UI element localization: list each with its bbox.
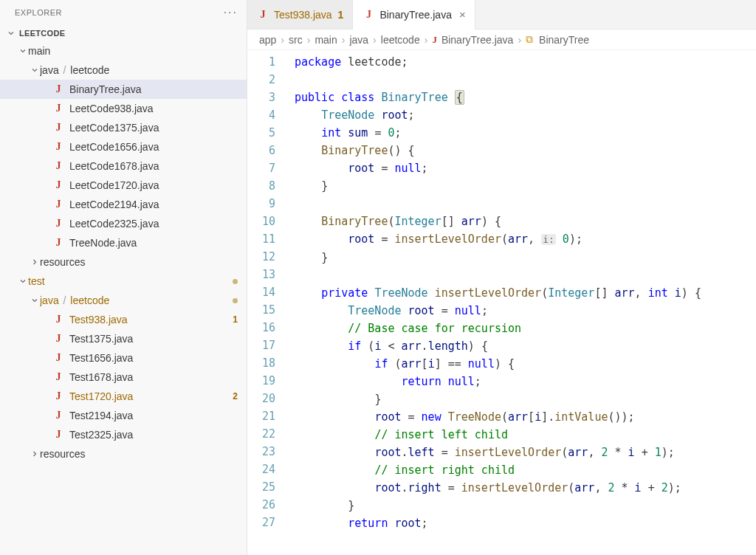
line-number: 21 — [247, 407, 275, 425]
tree-folder[interactable]: resources — [0, 252, 247, 272]
line-gutter: 1234567891011121314151617181920212223242… — [247, 50, 289, 555]
editor-tab[interactable]: JBinaryTree.java× — [353, 0, 475, 30]
tree-file[interactable]: JBinaryTree.java — [0, 80, 247, 99]
line-number: 11 — [247, 230, 275, 248]
breadcrumb[interactable]: app›src›main›java›leetcode›JBinaryTree.j… — [247, 30, 756, 50]
file-tree: mainjava / leetcodeJBinaryTree.javaJLeet… — [0, 41, 247, 463]
java-file-icon: J — [52, 83, 65, 96]
line-number: 1 — [247, 53, 275, 71]
code-line: root.right = insertLevelOrder(arr, 2 * i… — [295, 479, 756, 497]
tree-label: LeetCode1656.java — [69, 141, 238, 153]
line-number: 8 — [247, 177, 275, 195]
tree-file[interactable]: JLeetCode1720.java — [0, 176, 247, 195]
tree-folder[interactable]: java / leetcode — [0, 291, 247, 310]
breadcrumb-sep-icon: › — [281, 34, 284, 46]
tree-file[interactable]: JTreeNode.java — [0, 233, 247, 252]
code-line: root.left = insertLevelOrder(arr, 2 * i … — [295, 444, 756, 461]
line-number: 24 — [247, 461, 275, 478]
code-line: } — [295, 497, 756, 514]
tab-label: BinaryTree.java — [379, 9, 452, 21]
breadcrumb-part[interactable]: src — [289, 34, 303, 46]
java-file-icon: J — [52, 390, 65, 403]
tree-file[interactable]: JTest2325.java — [0, 425, 247, 444]
tree-label: Test1656.java — [69, 352, 238, 364]
chevron-right-icon — [30, 449, 40, 459]
java-file-icon: J — [52, 370, 65, 384]
breadcrumb-sep-icon: › — [373, 34, 377, 46]
line-number: 27 — [247, 514, 275, 531]
tree-file[interactable]: JLeetCode2194.java — [0, 195, 247, 214]
java-file-icon: J — [256, 8, 269, 21]
code-content[interactable]: package leetcode; public class BinaryTre… — [289, 50, 756, 555]
explorer-more-icon[interactable]: ··· — [224, 6, 238, 19]
code-line: } — [295, 177, 756, 195]
tree-file[interactable]: JTest1720.java2 — [0, 387, 247, 406]
line-number: 6 — [247, 142, 275, 159]
tree-file[interactable]: JLeetCode1678.java — [0, 156, 247, 176]
explorer-title: EXPLORER — [15, 8, 62, 17]
breadcrumb-part[interactable]: java — [349, 34, 368, 46]
chevron-down-icon — [30, 295, 40, 306]
java-file-icon: J — [52, 179, 65, 192]
line-number: 26 — [247, 496, 275, 514]
line-number: 9 — [247, 195, 275, 213]
editor-area: JTest938.java1JBinaryTree.java× app›src›… — [247, 0, 756, 555]
breadcrumb-file[interactable]: BinaryTree.java — [441, 34, 514, 46]
breadcrumb-part[interactable]: main — [315, 34, 337, 46]
tree-folder[interactable]: java / leetcode — [0, 61, 247, 80]
chevron-right-icon — [30, 257, 40, 267]
java-file-icon: J — [52, 102, 65, 115]
code-line: BinaryTree(Integer[] arr) { — [295, 213, 756, 230]
tree-folder[interactable]: resources — [0, 444, 247, 463]
code-line — [295, 195, 756, 213]
tree-label: main — [28, 45, 238, 57]
java-file-icon: J — [52, 198, 65, 211]
breadcrumb-symbol[interactable]: BinaryTree — [539, 34, 589, 46]
code-line: TreeNode root = null; — [295, 302, 756, 320]
code-line: root = new TreeNode(arr[i].intValue()); — [295, 408, 756, 426]
java-file-icon: J — [52, 313, 65, 326]
code-editor[interactable]: 1234567891011121314151617181920212223242… — [247, 50, 756, 555]
tree-folder[interactable]: test — [0, 272, 247, 291]
tree-file[interactable]: JTest1375.java — [0, 329, 247, 348]
line-number: 19 — [247, 372, 275, 390]
tree-label: Test1375.java — [69, 333, 238, 345]
line-number: 3 — [247, 89, 275, 106]
tree-label: LeetCode2194.java — [69, 199, 238, 210]
breadcrumb-part[interactable]: leetcode — [381, 34, 420, 46]
line-number: 16 — [247, 319, 275, 337]
line-number: 25 — [247, 478, 275, 496]
line-number: 22 — [247, 425, 275, 443]
java-file-icon: J — [52, 236, 65, 249]
tree-label: java / leetcode — [40, 294, 228, 306]
close-icon[interactable]: × — [459, 8, 466, 21]
tree-label: LeetCode938.java — [69, 103, 238, 114]
tree-file[interactable]: JLeetCode1656.java — [0, 137, 247, 156]
code-line: } — [295, 249, 756, 266]
code-line: } — [295, 390, 756, 408]
breadcrumb-sep-icon: › — [425, 34, 428, 46]
tree-file[interactable]: JLeetCode938.java — [0, 99, 247, 118]
tree-file[interactable]: JTest938.java1 — [0, 310, 247, 329]
tree-label: LeetCode1720.java — [69, 179, 238, 191]
code-line: return root; — [295, 514, 756, 532]
line-number: 15 — [247, 301, 275, 319]
code-line: if (i < arr.length) { — [295, 337, 756, 355]
tree-file[interactable]: JTest1678.java — [0, 368, 247, 387]
tree-file[interactable]: JTest2194.java — [0, 406, 247, 425]
editor-tab[interactable]: JTest938.java1 — [247, 0, 353, 29]
tree-label: BinaryTree.java — [69, 83, 238, 95]
explorer-section-header[interactable]: LEETCODE — [0, 25, 247, 41]
java-file-icon: J — [52, 428, 65, 441]
modified-badge: 1 — [233, 314, 238, 325]
breadcrumb-part[interactable]: app — [259, 34, 276, 46]
tree-file[interactable]: JTest1656.java — [0, 348, 247, 368]
tree-file[interactable]: JLeetCode2325.java — [0, 214, 247, 233]
modified-dot-icon — [233, 279, 238, 284]
code-line: // insert left child — [295, 426, 756, 444]
line-number: 13 — [247, 266, 275, 283]
tree-file[interactable]: JLeetCode1375.java — [0, 118, 247, 137]
tree-folder[interactable]: main — [0, 41, 247, 61]
code-line: public class BinaryTree { — [295, 89, 756, 106]
code-line: root = null; — [295, 159, 756, 177]
